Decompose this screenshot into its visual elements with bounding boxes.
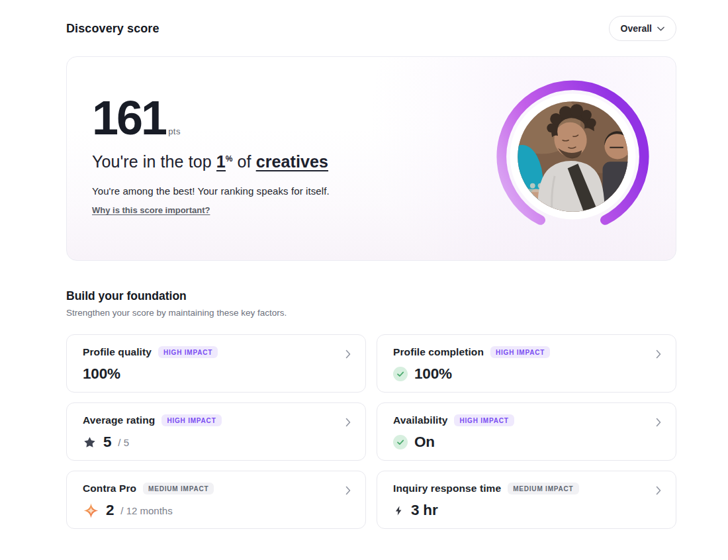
- score-message: You're among the best! Your ranking spea…: [92, 185, 437, 197]
- factor-card-header: Profile completion HIGH IMPACT: [393, 346, 661, 358]
- check-circle-icon: [393, 367, 408, 381]
- factor-value-row: 100%: [83, 365, 351, 383]
- overall-filter-button[interactable]: Overall: [609, 16, 676, 41]
- factor-card[interactable]: Availability HIGH IMPACT On: [377, 402, 676, 461]
- impact-badge: HIGH IMPACT: [490, 346, 550, 358]
- chevron-right-icon: [656, 418, 661, 430]
- impact-badge: MEDIUM IMPACT: [508, 483, 578, 494]
- factor-suffix: / 12 months: [120, 505, 172, 516]
- check-circle-icon: [393, 435, 408, 449]
- factor-card[interactable]: Profile completion HIGH IMPACT 100%: [377, 334, 676, 393]
- factor-card[interactable]: Inquiry response time MEDIUM IMPACT 3 hr: [377, 471, 676, 529]
- factor-value: 2: [106, 502, 114, 519]
- impact-badge: HIGH IMPACT: [454, 414, 514, 426]
- factor-card-header: Inquiry response time MEDIUM IMPACT: [393, 483, 661, 494]
- score-value: 161: [92, 91, 165, 144]
- rank-subject-link[interactable]: creatives: [256, 152, 328, 171]
- factor-name: Average rating: [83, 414, 155, 426]
- factor-suffix: / 5: [118, 437, 129, 448]
- star-icon: [83, 436, 97, 449]
- score-row: 161pts: [92, 94, 437, 142]
- overall-filter-label: Overall: [621, 23, 652, 34]
- chevron-right-icon: [345, 350, 351, 361]
- factor-card-header: Profile quality HIGH IMPACT: [83, 346, 351, 358]
- foundation-section-header: Build your foundation Strengthen your sc…: [66, 289, 676, 318]
- rank-percentile: 1: [216, 153, 226, 171]
- lightning-bolt-icon: [393, 504, 404, 517]
- rank-line: You're in the top 1% of creatives: [92, 152, 437, 171]
- contra-pro-sparkle-icon: [83, 502, 99, 519]
- chevron-right-icon: [345, 418, 351, 430]
- chevron-down-icon: [657, 26, 664, 31]
- score-hero-card: 161pts You're in the top 1% of creatives…: [66, 56, 676, 261]
- page-title: Discovery score: [66, 22, 159, 36]
- factor-name: Availability: [393, 414, 447, 426]
- impact-badge: HIGH IMPACT: [161, 414, 221, 426]
- factors-grid: Profile quality HIGH IMPACT 100% Profile…: [66, 334, 676, 555]
- factor-card[interactable]: Contra Pro MEDIUM IMPACT 2 / 12 months: [66, 471, 366, 529]
- factor-value: 100%: [414, 365, 452, 383]
- rank-middle: of: [233, 152, 256, 171]
- factor-card-header: Contra Pro MEDIUM IMPACT: [83, 483, 351, 494]
- factor-value-row: 100%: [393, 365, 661, 383]
- rank-prefix: You're in the top: [92, 152, 216, 171]
- score-summary: 161pts You're in the top 1% of creatives…: [67, 57, 437, 216]
- rank-percent-sign: %: [226, 154, 233, 163]
- page-header: Discovery score Overall: [66, 0, 676, 41]
- impact-badge: MEDIUM IMPACT: [143, 483, 214, 494]
- chevron-right-icon: [656, 486, 661, 498]
- chevron-right-icon: [656, 350, 661, 361]
- factor-value-row: 2 / 12 months: [83, 502, 351, 519]
- factor-card[interactable]: Profile quality HIGH IMPACT 100%: [66, 334, 366, 393]
- factor-value: 3 hr: [411, 502, 437, 519]
- factor-value: 5: [103, 434, 111, 451]
- section-subtitle: Strengthen your score by maintaining the…: [66, 308, 676, 318]
- factor-value-row: 5 / 5: [83, 434, 351, 451]
- section-title: Build your foundation: [66, 289, 676, 303]
- discovery-score-page: Discovery score Overall 161pts You're in…: [66, 0, 676, 555]
- score-unit: pts: [168, 126, 181, 136]
- factor-value: On: [414, 434, 435, 451]
- factor-name: Inquiry response time: [393, 483, 501, 494]
- factor-card-header: Availability HIGH IMPACT: [393, 414, 661, 426]
- factor-card-header: Average rating HIGH IMPACT: [83, 414, 351, 426]
- impact-badge: HIGH IMPACT: [158, 346, 218, 358]
- score-info-link[interactable]: Why is this score important?: [92, 205, 210, 215]
- factor-value: 100%: [83, 365, 120, 383]
- factor-value-row: On: [393, 434, 661, 451]
- factor-name: Profile quality: [83, 346, 152, 358]
- factor-card[interactable]: Average rating HIGH IMPACT 5 / 5: [66, 402, 366, 461]
- factor-value-row: 3 hr: [393, 502, 661, 519]
- factor-name: Profile completion: [393, 346, 484, 358]
- chevron-right-icon: [345, 486, 351, 498]
- avatar-with-score-ring: [495, 79, 651, 234]
- factor-name: Contra Pro: [83, 483, 136, 494]
